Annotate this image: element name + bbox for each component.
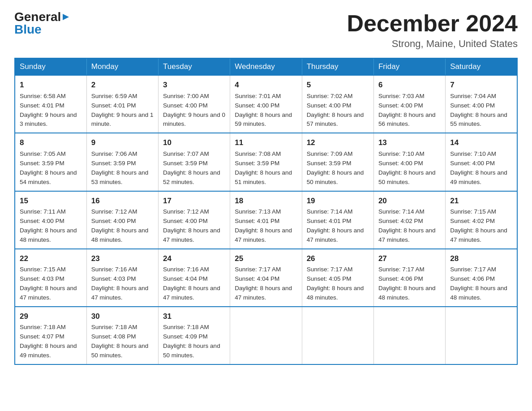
day-number: 7 [450, 79, 512, 91]
day-info: Sunrise: 7:15 AMSunset: 4:02 PMDaylight:… [450, 207, 512, 245]
calendar-day-cell: 20Sunrise: 7:14 AMSunset: 4:02 PMDayligh… [373, 191, 445, 249]
calendar-day-cell: 24Sunrise: 7:16 AMSunset: 4:04 PMDayligh… [159, 249, 230, 307]
day-info: Sunrise: 7:16 AMSunset: 4:04 PMDaylight:… [163, 265, 225, 303]
calendar-table: SundayMondayTuesdayWednesdayThursdayFrid… [14, 58, 518, 365]
svg-marker-0 [63, 14, 69, 20]
day-info: Sunrise: 7:12 AMSunset: 4:00 PMDaylight:… [163, 207, 225, 245]
calendar-week-row: 8Sunrise: 7:05 AMSunset: 3:59 PMDaylight… [15, 133, 517, 191]
day-info: Sunrise: 7:17 AMSunset: 4:05 PMDaylight:… [307, 265, 369, 303]
day-number: 3 [163, 79, 225, 91]
day-number: 20 [378, 195, 441, 207]
day-info: Sunrise: 7:17 AMSunset: 4:06 PMDaylight:… [450, 265, 512, 303]
weekday-header-friday: Friday [373, 58, 445, 75]
empty-cell [446, 307, 517, 364]
day-info: Sunrise: 7:11 AMSunset: 4:00 PMDaylight:… [20, 207, 82, 245]
day-info: Sunrise: 7:02 AMSunset: 4:00 PMDaylight:… [307, 92, 369, 129]
calendar-day-cell: 3Sunrise: 7:00 AMSunset: 4:00 PMDaylight… [159, 75, 230, 133]
day-info: Sunrise: 7:06 AMSunset: 3:59 PMDaylight:… [91, 150, 154, 187]
weekday-header-tuesday: Tuesday [159, 58, 230, 75]
day-number: 27 [378, 253, 441, 265]
calendar-day-cell: 4Sunrise: 7:01 AMSunset: 4:00 PMDaylight… [230, 75, 302, 133]
day-number: 24 [163, 253, 225, 265]
day-info: Sunrise: 7:05 AMSunset: 3:59 PMDaylight:… [20, 150, 82, 187]
day-number: 22 [20, 253, 82, 265]
empty-cell [373, 307, 445, 364]
weekday-header-monday: Monday [86, 58, 158, 75]
day-number: 9 [91, 137, 154, 149]
day-info: Sunrise: 7:01 AMSunset: 4:00 PMDaylight:… [235, 92, 297, 129]
day-number: 1 [20, 79, 82, 91]
calendar-day-cell: 29Sunrise: 7:18 AMSunset: 4:07 PMDayligh… [15, 307, 86, 364]
calendar-title: December 2024 [347, 11, 518, 36]
day-info: Sunrise: 7:12 AMSunset: 4:00 PMDaylight:… [91, 207, 154, 245]
calendar-day-cell: 28Sunrise: 7:17 AMSunset: 4:06 PMDayligh… [446, 249, 517, 307]
day-number: 17 [163, 195, 225, 207]
calendar-day-cell: 14Sunrise: 7:10 AMSunset: 4:00 PMDayligh… [446, 133, 517, 191]
empty-cell [302, 307, 373, 364]
calendar-day-cell: 8Sunrise: 7:05 AMSunset: 3:59 PMDaylight… [15, 133, 86, 191]
day-info: Sunrise: 7:14 AMSunset: 4:02 PMDaylight:… [378, 207, 441, 245]
day-info: Sunrise: 7:08 AMSunset: 3:59 PMDaylight:… [235, 150, 297, 187]
day-number: 19 [307, 195, 369, 207]
calendar-day-cell: 19Sunrise: 7:14 AMSunset: 4:01 PMDayligh… [302, 191, 373, 249]
day-number: 30 [91, 311, 154, 322]
day-info: Sunrise: 7:10 AMSunset: 4:00 PMDaylight:… [450, 150, 512, 187]
calendar-day-cell: 25Sunrise: 7:17 AMSunset: 4:04 PMDayligh… [230, 249, 302, 307]
calendar-day-cell: 15Sunrise: 7:11 AMSunset: 4:00 PMDayligh… [15, 191, 86, 249]
calendar-day-cell: 22Sunrise: 7:15 AMSunset: 4:03 PMDayligh… [15, 249, 86, 307]
day-info: Sunrise: 7:14 AMSunset: 4:01 PMDaylight:… [307, 207, 369, 245]
calendar-day-cell: 13Sunrise: 7:10 AMSunset: 4:00 PMDayligh… [373, 133, 445, 191]
calendar-day-cell: 23Sunrise: 7:16 AMSunset: 4:03 PMDayligh… [86, 249, 158, 307]
day-info: Sunrise: 6:58 AMSunset: 4:01 PMDaylight:… [20, 92, 82, 129]
day-number: 10 [163, 137, 225, 149]
calendar-day-cell: 2Sunrise: 6:59 AMSunset: 4:01 PMDaylight… [86, 75, 158, 133]
day-number: 18 [235, 195, 297, 207]
weekday-header-wednesday: Wednesday [230, 58, 302, 75]
day-info: Sunrise: 6:59 AMSunset: 4:01 PMDaylight:… [91, 92, 154, 129]
calendar-day-cell: 12Sunrise: 7:09 AMSunset: 3:59 PMDayligh… [302, 133, 373, 191]
day-info: Sunrise: 7:10 AMSunset: 4:00 PMDaylight:… [378, 150, 441, 187]
weekday-header-sunday: Sunday [15, 58, 86, 75]
day-number: 25 [235, 253, 297, 265]
calendar-day-cell: 27Sunrise: 7:17 AMSunset: 4:06 PMDayligh… [373, 249, 445, 307]
day-number: 28 [450, 253, 512, 265]
page-header: General Blue December 2024 Strong, Maine… [14, 11, 518, 50]
calendar-day-cell: 18Sunrise: 7:13 AMSunset: 4:01 PMDayligh… [230, 191, 302, 249]
calendar-day-cell: 6Sunrise: 7:03 AMSunset: 4:00 PMDaylight… [373, 75, 445, 133]
calendar-location: Strong, Maine, United States [347, 38, 518, 50]
day-number: 16 [91, 195, 154, 207]
day-number: 14 [450, 137, 512, 149]
day-info: Sunrise: 7:17 AMSunset: 4:04 PMDaylight:… [235, 265, 297, 303]
weekday-header-saturday: Saturday [446, 58, 517, 75]
day-info: Sunrise: 7:09 AMSunset: 3:59 PMDaylight:… [307, 150, 369, 187]
day-info: Sunrise: 7:18 AMSunset: 4:09 PMDaylight:… [163, 323, 225, 360]
day-info: Sunrise: 7:07 AMSunset: 3:59 PMDaylight:… [163, 150, 225, 187]
calendar-day-cell: 5Sunrise: 7:02 AMSunset: 4:00 PMDaylight… [302, 75, 373, 133]
empty-cell [230, 307, 302, 364]
day-info: Sunrise: 7:18 AMSunset: 4:07 PMDaylight:… [20, 323, 82, 360]
calendar-day-cell: 11Sunrise: 7:08 AMSunset: 3:59 PMDayligh… [230, 133, 302, 191]
day-number: 2 [91, 79, 154, 91]
calendar-day-cell: 30Sunrise: 7:18 AMSunset: 4:08 PMDayligh… [86, 307, 158, 364]
day-number: 12 [307, 137, 369, 149]
day-number: 4 [235, 79, 297, 91]
logo: General Blue [14, 11, 71, 36]
calendar-day-cell: 21Sunrise: 7:15 AMSunset: 4:02 PMDayligh… [446, 191, 517, 249]
calendar-day-cell: 10Sunrise: 7:07 AMSunset: 3:59 PMDayligh… [159, 133, 230, 191]
calendar-day-cell: 17Sunrise: 7:12 AMSunset: 4:00 PMDayligh… [159, 191, 230, 249]
calendar-week-row: 15Sunrise: 7:11 AMSunset: 4:00 PMDayligh… [15, 191, 517, 249]
logo-blue-text: Blue [14, 23, 42, 36]
calendar-week-row: 29Sunrise: 7:18 AMSunset: 4:07 PMDayligh… [15, 307, 517, 364]
calendar-day-cell: 26Sunrise: 7:17 AMSunset: 4:05 PMDayligh… [302, 249, 373, 307]
day-info: Sunrise: 7:04 AMSunset: 4:00 PMDaylight:… [450, 92, 512, 129]
calendar-day-cell: 1Sunrise: 6:58 AMSunset: 4:01 PMDaylight… [15, 75, 86, 133]
calendar-day-cell: 7Sunrise: 7:04 AMSunset: 4:00 PMDaylight… [446, 75, 517, 133]
day-info: Sunrise: 7:03 AMSunset: 4:00 PMDaylight:… [378, 92, 441, 129]
day-number: 21 [450, 195, 512, 207]
calendar-day-cell: 31Sunrise: 7:18 AMSunset: 4:09 PMDayligh… [159, 307, 230, 364]
title-block: December 2024 Strong, Maine, United Stat… [347, 11, 518, 50]
day-number: 8 [20, 137, 82, 149]
day-number: 13 [378, 137, 441, 149]
day-number: 6 [378, 79, 441, 91]
day-number: 31 [163, 311, 225, 322]
